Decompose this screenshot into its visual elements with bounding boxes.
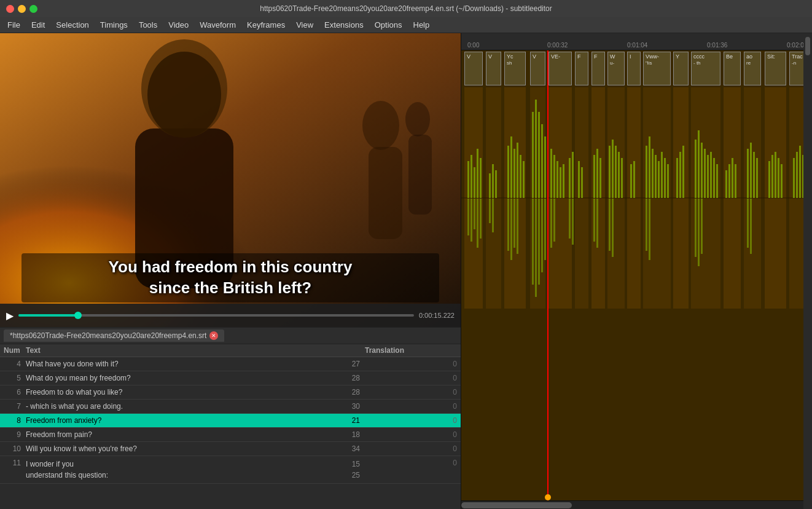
table-row[interactable]: 7 - which is what you are doing. 30 0 xyxy=(0,400,461,414)
file-tab-name: *https0620Trade-Free20means20you20are20f… xyxy=(10,331,206,340)
svg-rect-49 xyxy=(560,167,561,198)
vertical-scrollbar[interactable] xyxy=(803,33,812,509)
svg-rect-145 xyxy=(698,199,700,266)
svg-rect-99 xyxy=(799,146,801,198)
maximize-button[interactable] xyxy=(29,5,37,13)
title-bar: https0620Trade-Free20means20you20are20fr… xyxy=(0,0,812,17)
timeline-ruler: 0:00 0:00:32 0:01:04 0:01:36 0:02:08 xyxy=(461,33,803,50)
row-text: I wonder if youunderstand this question: xyxy=(26,459,328,481)
svg-rect-38 xyxy=(517,143,518,198)
menu-waveform[interactable]: Waveform xyxy=(195,19,241,31)
file-tab[interactable]: *https0620Trade-Free20means20you20are20f… xyxy=(4,329,224,342)
table-row[interactable]: 5 What do you mean by freedom? 28 0 xyxy=(0,371,461,385)
row-len: 1525 xyxy=(328,459,365,481)
ruler-mark: 0:01:36 xyxy=(707,42,727,49)
row-end: 0 xyxy=(439,459,457,467)
svg-point-7 xyxy=(405,102,430,136)
svg-rect-132 xyxy=(541,199,543,272)
timeline-scrollbar[interactable] xyxy=(461,500,803,509)
svg-rect-143 xyxy=(649,199,650,260)
row-end: 0 xyxy=(439,402,457,411)
scroll-thumb[interactable] xyxy=(461,502,572,508)
svg-rect-78 xyxy=(701,143,703,198)
menu-selection[interactable]: Selection xyxy=(51,19,93,31)
progress-thumb[interactable] xyxy=(74,312,82,319)
row-end: 0 xyxy=(439,430,457,439)
menu-edit[interactable]: Edit xyxy=(26,19,50,31)
window-controls xyxy=(6,5,37,13)
table-row[interactable]: 4 What have you done with it? 27 0 xyxy=(0,357,461,371)
svg-rect-130 xyxy=(535,199,537,297)
svg-rect-98 xyxy=(796,152,798,198)
svg-rect-86 xyxy=(732,158,733,198)
subtitle-list[interactable]: Num Text Translation 4 What have you don… xyxy=(0,344,461,509)
svg-rect-39 xyxy=(520,155,521,198)
table-row[interactable]: 10 Will you know it when you're free? 34… xyxy=(0,442,461,456)
svg-rect-128 xyxy=(517,199,518,254)
file-tab-bar: *https0620Trade-Free20means20you20are20f… xyxy=(0,327,461,344)
row-text: Freedom from pain? xyxy=(26,430,328,439)
menu-tools[interactable]: Tools xyxy=(134,19,162,31)
menu-extensions[interactable]: Extensions xyxy=(319,19,369,31)
svg-rect-142 xyxy=(646,199,647,251)
menu-keyframes[interactable]: Keyframes xyxy=(242,19,290,31)
timeline-panel: 0:00 0:00:32 0:01:04 0:01:36 0:02:08 V V… xyxy=(461,33,803,509)
svg-rect-76 xyxy=(695,140,697,198)
svg-rect-27 xyxy=(467,161,469,198)
scrollbar-thumb[interactable] xyxy=(805,37,810,55)
menu-view[interactable]: View xyxy=(291,19,318,31)
svg-rect-65 xyxy=(646,146,647,198)
playhead-marker xyxy=(545,494,551,500)
menu-timings[interactable]: Timings xyxy=(95,19,133,31)
row-text: - which is what you are doing. xyxy=(26,402,328,411)
svg-rect-123 xyxy=(489,199,491,223)
row-num: 7 xyxy=(4,402,26,411)
menu-video[interactable]: Video xyxy=(163,19,193,31)
table-row[interactable]: 11 I wonder if youunderstand this questi… xyxy=(0,456,461,484)
table-row[interactable]: 6 Freedom to do what you like? 28 0 xyxy=(0,385,461,400)
close-tab-button[interactable]: ✕ xyxy=(209,331,218,340)
svg-rect-96 xyxy=(781,164,783,198)
svg-rect-72 xyxy=(667,164,669,198)
row-end: 0 xyxy=(439,360,457,368)
svg-rect-134 xyxy=(550,199,552,248)
ruler-mark: 0:00:32 xyxy=(547,42,568,49)
svg-rect-41 xyxy=(532,112,534,198)
svg-rect-62 xyxy=(621,158,623,198)
svg-rect-29 xyxy=(474,167,475,198)
svg-rect-81 xyxy=(710,152,712,198)
table-row-selected[interactable]: 8 Freedom from anxiety? 21 0 xyxy=(0,414,461,428)
header-num: Num xyxy=(4,346,26,355)
svg-rect-42 xyxy=(535,100,537,198)
menu-file[interactable]: File xyxy=(2,19,25,31)
svg-rect-66 xyxy=(649,136,650,198)
row-text: Will you know it when you're free? xyxy=(26,444,328,453)
play-button[interactable]: ▶ xyxy=(6,310,14,322)
svg-rect-127 xyxy=(513,199,515,248)
svg-rect-97 xyxy=(793,158,795,198)
svg-rect-8 xyxy=(408,135,432,215)
waveform-area[interactable]: V V Ycsh V VE- F F Wu- I Vww-"lis Y cccc… xyxy=(461,50,803,500)
svg-rect-147 xyxy=(747,199,749,248)
menu-help[interactable]: Help xyxy=(408,19,435,31)
waveform-svg xyxy=(461,50,803,500)
ruler-mark: 0:00 xyxy=(467,42,479,49)
svg-rect-135 xyxy=(553,199,555,242)
header-text: Text xyxy=(26,346,328,355)
menu-options[interactable]: Options xyxy=(370,19,407,31)
progress-track[interactable] xyxy=(18,314,414,317)
svg-rect-6 xyxy=(369,147,402,239)
svg-rect-84 xyxy=(725,170,727,198)
row-num: 11 xyxy=(4,459,26,467)
row-len: 28 xyxy=(328,388,365,397)
table-row[interactable]: 9 Freedom from pain? 18 0 xyxy=(0,428,461,442)
row-num: 4 xyxy=(4,360,26,368)
svg-rect-89 xyxy=(750,143,752,198)
svg-rect-70 xyxy=(661,152,663,198)
header-end xyxy=(439,346,457,355)
row-num: 8 xyxy=(4,416,26,425)
minimize-button[interactable] xyxy=(18,5,26,13)
playhead[interactable] xyxy=(547,50,548,500)
svg-rect-129 xyxy=(532,199,534,285)
close-button[interactable] xyxy=(6,5,14,13)
